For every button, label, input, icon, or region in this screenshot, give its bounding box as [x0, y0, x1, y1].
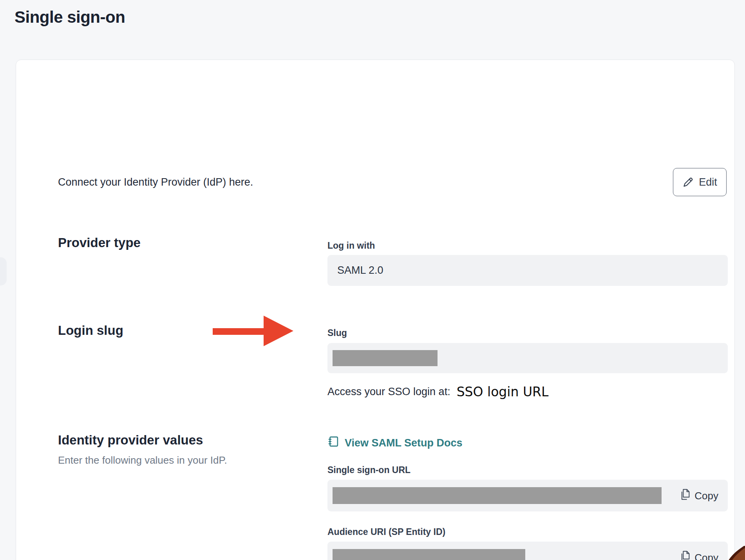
intro-text: Connect your Identity Provider (IdP) her…: [58, 176, 253, 188]
audience-uri-field: Copy: [327, 542, 728, 560]
sso-url-label: Single sign-on URL: [327, 465, 410, 475]
redacted-slug-value: [333, 350, 438, 366]
idp-values-heading: Identity provider values: [58, 433, 203, 448]
sso-login-url-overlay: SSO login URL: [457, 384, 549, 399]
red-arrow-annotation: [213, 316, 293, 346]
provider-type-field: SAML 2.0: [327, 255, 728, 286]
slug-field: [327, 343, 728, 373]
left-edge-tab: [0, 257, 7, 285]
sso-url-field: Copy: [327, 480, 728, 511]
sso-settings-page: Single sign-on Connect your Identity Pro…: [0, 0, 745, 560]
provider-type-value: SAML 2.0: [337, 264, 383, 276]
access-login-row: Access your SSO login at: SSO login URL: [327, 380, 548, 403]
slug-label: Slug: [327, 328, 347, 338]
provider-type-heading: Provider type: [58, 235, 141, 250]
access-login-prefix: Access your SSO login at:: [327, 386, 450, 398]
edit-button-label: Edit: [699, 176, 717, 188]
copy-audience-uri-button[interactable]: Copy: [680, 550, 718, 560]
page-title: Single sign-on: [14, 8, 125, 27]
corner-artifact: [727, 546, 745, 560]
copy-icon: [680, 550, 690, 560]
copy-button-label: Copy: [694, 551, 718, 560]
view-saml-docs-label: View SAML Setup Docs: [345, 437, 463, 449]
idp-values-subheading: Enter the following values in your IdP.: [58, 454, 227, 466]
edit-button[interactable]: Edit: [673, 168, 727, 196]
redacted-sso-url-value: [333, 487, 662, 504]
docs-icon: [327, 435, 340, 450]
redacted-audience-uri-value: [333, 549, 525, 560]
copy-sso-url-button[interactable]: Copy: [680, 488, 718, 503]
copy-button-label: Copy: [694, 490, 718, 502]
sso-card: Connect your Identity Provider (IdP) her…: [16, 60, 735, 560]
view-saml-docs-link[interactable]: View SAML Setup Docs: [327, 435, 463, 451]
copy-icon: [680, 488, 690, 503]
audience-uri-label: Audience URI (SP Entity ID): [327, 527, 445, 537]
pencil-icon: [682, 176, 694, 188]
login-slug-heading: Login slug: [58, 323, 123, 338]
login-with-label: Log in with: [327, 240, 375, 251]
